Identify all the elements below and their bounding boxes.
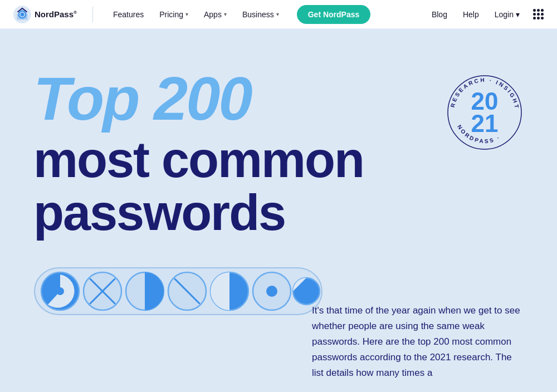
- svg-point-9: [56, 287, 64, 295]
- svg-point-18: [266, 286, 277, 297]
- nav-pricing[interactable]: Pricing ▾: [153, 7, 195, 22]
- main-nav: NordPass® Features Pricing ▾ Apps ▾ Busi…: [0, 0, 557, 29]
- nav-business[interactable]: Business ▾: [236, 7, 286, 22]
- business-chevron-icon: ▾: [276, 11, 279, 17]
- nav-blog[interactable]: Blog: [425, 7, 454, 22]
- research-badge: RESEARCH · INSIGHTS · NORDPASS · 20 21: [446, 74, 524, 151]
- description-text: It's that time of the year again when we…: [312, 303, 524, 381]
- get-nordpass-button[interactable]: Get NordPass: [297, 5, 371, 24]
- nav-divider: [92, 7, 93, 22]
- nav-right: Blog Help Login ▾: [425, 7, 544, 22]
- description-container: It's that time of the year again when we…: [312, 303, 524, 392]
- login-chevron-icon: ▾: [516, 10, 520, 19]
- logo-link[interactable]: NordPass®: [13, 6, 77, 23]
- nav-links: Features Pricing ▾ Apps ▾ Business ▾ Get…: [106, 5, 425, 24]
- apps-grid-icon[interactable]: [533, 9, 544, 19]
- logo-text: NordPass®: [35, 9, 77, 19]
- svg-text:21: 21: [471, 110, 499, 137]
- main-content: Top 200 most commonpasswords RESEARCH · …: [0, 29, 557, 392]
- apps-chevron-icon: ▾: [224, 11, 227, 17]
- nav-login[interactable]: Login ▾: [488, 7, 526, 22]
- nav-features[interactable]: Features: [106, 7, 150, 22]
- nav-help[interactable]: Help: [456, 7, 486, 22]
- svg-point-1: [21, 12, 24, 16]
- pricing-chevron-icon: ▾: [185, 11, 188, 17]
- nav-apps[interactable]: Apps ▾: [197, 7, 233, 22]
